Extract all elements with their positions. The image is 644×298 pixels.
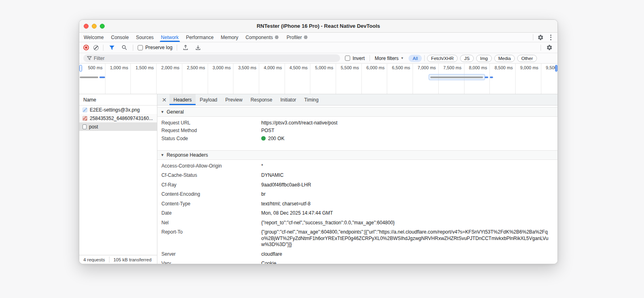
network-filter-bar: Invert More filters ▼ All Fetch/XHR JS I… <box>79 53 557 64</box>
minimize-window-button[interactable] <box>92 24 97 29</box>
search-icon[interactable] <box>120 43 128 52</box>
header-row: Date Mon, 08 Dec 2025 14:47:44 GMT <box>157 209 557 218</box>
status-ok-dot-icon <box>261 136 266 141</box>
devtools-window: RNTester (iPhone 16 Pro) - React Native … <box>79 19 558 264</box>
filter-funnel-icon[interactable] <box>108 43 116 52</box>
request-row-selected[interactable]: post <box>79 122 157 131</box>
tab-profiler[interactable]: Profiler <box>283 33 312 42</box>
close-window-button[interactable] <box>84 24 89 29</box>
header-row: Nel {"report_to":"cf-nel","success_fract… <box>157 218 557 228</box>
details-tab-strip: ✕ Headers Payload Preview Response Initi… <box>157 94 557 106</box>
separator <box>533 34 533 40</box>
invert-filter-toggle[interactable]: Invert <box>345 56 365 61</box>
header-row: Server cloudflare <box>157 250 557 259</box>
network-settings-gear-icon[interactable] <box>545 43 553 52</box>
filter-pill-media[interactable]: Media <box>494 55 515 62</box>
timeline-gridline <box>515 64 516 94</box>
clear-network-log-icon[interactable] <box>93 45 99 50</box>
overview-left-grip-handle[interactable] <box>79 65 82 72</box>
details-tab-preview[interactable]: Preview <box>221 94 247 105</box>
preserve-log-checkbox[interactable] <box>138 45 143 50</box>
image-thumbnail-icon <box>83 108 87 112</box>
tab-components[interactable]: Components <box>242 33 283 42</box>
image-thumbnail-icon <box>83 116 87 121</box>
name-column-header[interactable]: Name <box>79 94 157 106</box>
filter-pill-all[interactable]: All <box>409 55 422 62</box>
details-tab-response[interactable]: Response <box>246 94 276 105</box>
filter-pill-img[interactable]: Img <box>476 55 492 62</box>
separator <box>133 45 133 51</box>
timeline-gridline <box>259 64 259 94</box>
tab-network[interactable]: Network <box>157 33 182 42</box>
general-section-header[interactable]: ▼ General <box>157 107 557 117</box>
more-options-kebab-icon[interactable] <box>548 35 553 40</box>
window-titlebar: RNTester (iPhone 16 Pro) - React Native … <box>79 20 557 33</box>
network-overview-timeline[interactable]: 9,500 ms9,000 ms8,500 ms8,000 ms7,500 ms… <box>79 64 557 94</box>
requests-count: 4 requests <box>83 257 105 262</box>
details-tab-headers[interactable]: Headers <box>169 94 196 105</box>
tab-performance[interactable]: Performance <box>182 33 217 42</box>
request-row[interactable]: E2EE-settings@3x.png <box>79 106 157 114</box>
request-details-panel: ✕ Headers Payload Preview Response Initi… <box>157 94 557 264</box>
filter-pill-fetch-xhr[interactable]: Fetch/XHR <box>427 55 458 62</box>
separator <box>109 257 109 263</box>
window-title: RNTester (iPhone 16 Pro) - React Native … <box>79 23 557 29</box>
preserve-log-toggle[interactable]: Preserve log <box>138 45 172 50</box>
filter-input[interactable] <box>83 54 340 62</box>
export-har-icon[interactable] <box>194 43 202 52</box>
document-icon <box>83 124 87 129</box>
tab-console[interactable]: Console <box>107 33 132 42</box>
headers-content: ▼ General Request URL https://ptsv3.com/… <box>157 106 557 264</box>
import-har-icon[interactable] <box>182 43 190 52</box>
waterfall-bar <box>485 77 488 78</box>
details-tab-payload[interactable]: Payload <box>196 94 221 105</box>
header-row: Content-Type text/html; charset=utf-8 <box>157 199 557 209</box>
timeline-gridline <box>489 64 490 94</box>
timeline-gridline <box>336 64 336 94</box>
zoom-window-button[interactable] <box>100 24 105 29</box>
timeline-tick-label: 500 ms <box>79 65 103 70</box>
timeline-gridline <box>285 64 285 94</box>
response-headers-section-header[interactable]: ▼ Response Headers <box>157 150 557 160</box>
header-row: Status Code 200 OK <box>157 135 557 143</box>
disclosure-triangle-icon: ▼ <box>161 110 164 114</box>
invert-checkbox[interactable] <box>345 56 350 61</box>
header-row: Cf-Ray 9aad0f46ffbc0ae8-LHR <box>157 180 557 190</box>
tab-sources[interactable]: Sources <box>132 33 157 42</box>
close-details-icon[interactable]: ✕ <box>159 94 169 105</box>
request-list-panel: Name E2EE-settings@3x.png 258435352_6486… <box>79 94 157 264</box>
devtools-settings-gear-icon[interactable] <box>537 33 545 41</box>
request-row[interactable]: 258435352_648609743160... <box>79 114 157 122</box>
react-atom-icon <box>303 35 308 40</box>
timeline-gridline <box>105 64 105 94</box>
header-row: Access-Control-Allow-Origin * <box>157 161 557 171</box>
more-filters-dropdown[interactable]: More filters ▼ <box>375 56 404 61</box>
record-network-log-button[interactable] <box>83 45 89 50</box>
filter-pill-js[interactable]: JS <box>460 55 473 62</box>
timeline-gridline <box>130 64 131 94</box>
network-toolbar: Preserve log <box>79 42 557 53</box>
tab-memory[interactable]: Memory <box>217 33 242 42</box>
tab-welcome[interactable]: Welcome <box>80 33 107 42</box>
header-row: Content-Encoding br <box>157 190 557 199</box>
invert-label: Invert <box>353 56 365 61</box>
separator <box>541 45 541 51</box>
timeline-gridline <box>233 64 233 94</box>
header-row: Vary Cookie <box>157 259 557 264</box>
timeline-gridline <box>156 64 157 94</box>
timeline-gridline <box>541 64 541 94</box>
overview-right-grip-handle[interactable] <box>555 65 557 72</box>
filter-pill-other[interactable]: Other <box>517 55 537 62</box>
react-atom-icon <box>275 35 279 40</box>
transferred-size: 105 kB transferred <box>114 257 152 262</box>
timeline-gridline <box>208 64 208 94</box>
waterfall-bar <box>80 77 98 78</box>
details-tab-initiator[interactable]: Initiator <box>276 94 300 105</box>
waterfall-bar <box>99 77 105 78</box>
waterfall-bar <box>430 77 483 78</box>
separator <box>103 45 103 51</box>
timeline-gridline <box>310 64 310 94</box>
header-row: Request URL https://ptsv3.com/t/react-na… <box>157 119 557 127</box>
preserve-log-label: Preserve log <box>145 45 172 50</box>
details-tab-timing[interactable]: Timing <box>300 94 323 105</box>
